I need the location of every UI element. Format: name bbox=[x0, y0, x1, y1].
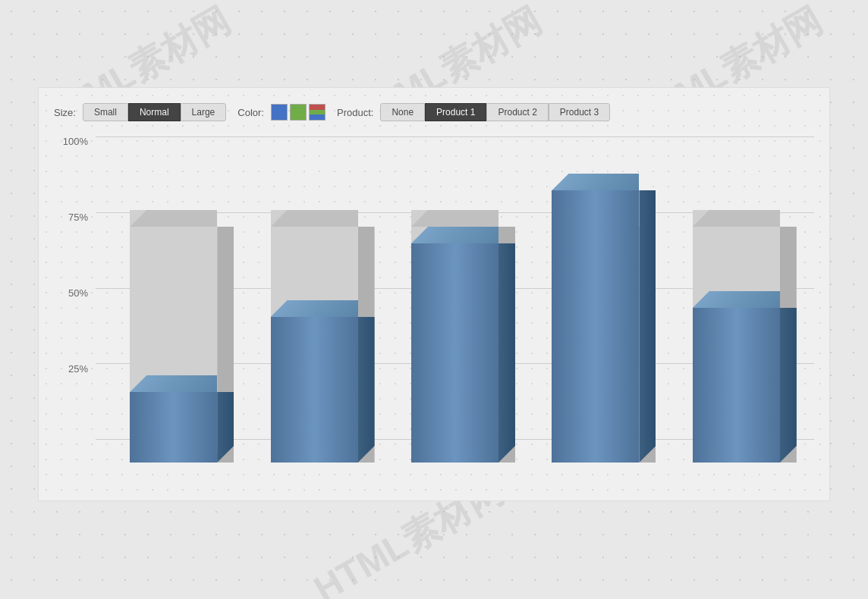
bar-front-right bbox=[498, 243, 515, 463]
bar-group bbox=[385, 210, 525, 463]
bar-group bbox=[525, 210, 665, 463]
product-control: Product: None Product 1 Product 2 Produc… bbox=[337, 103, 610, 121]
controls-bar: Size: Small Normal Large Color: Product:… bbox=[54, 103, 814, 121]
size-btn-group: Small Normal Large bbox=[83, 103, 226, 121]
bar-front bbox=[411, 243, 498, 463]
chart-container: Size: Small Normal Large Color: Product:… bbox=[38, 87, 830, 501]
bars-wrapper bbox=[96, 159, 814, 463]
grid-line-100 bbox=[96, 136, 814, 137]
color-swatch-green[interactable] bbox=[290, 104, 307, 121]
y-label-50: 50% bbox=[68, 288, 88, 298]
product-1-button[interactable]: Product 1 bbox=[425, 103, 486, 121]
product-label: Product: bbox=[337, 107, 373, 118]
size-label: Size: bbox=[54, 107, 76, 118]
bar-front bbox=[693, 308, 780, 463]
y-axis: 100% 75% 50% 25% bbox=[54, 136, 96, 463]
color-swatches bbox=[271, 104, 326, 121]
y-label-25: 25% bbox=[68, 364, 88, 374]
size-normal-button[interactable]: Normal bbox=[128, 103, 181, 121]
color-swatch-blue[interactable] bbox=[271, 104, 288, 121]
chart-area: 100% 75% 50% 25% bbox=[54, 136, 814, 463]
y-label-100: 100% bbox=[63, 136, 88, 146]
bar-group bbox=[244, 210, 384, 463]
y-label-75: 75% bbox=[68, 212, 88, 222]
bar-front-right bbox=[639, 190, 656, 463]
bar-group bbox=[666, 210, 807, 463]
bar-group bbox=[103, 210, 244, 463]
product-2-button[interactable]: Product 2 bbox=[486, 103, 548, 121]
product-3-button[interactable]: Product 3 bbox=[549, 103, 610, 121]
size-large-button[interactable]: Large bbox=[181, 103, 227, 121]
product-none-button[interactable]: None bbox=[380, 103, 425, 121]
color-swatch-multi[interactable] bbox=[309, 104, 326, 121]
bar-front bbox=[552, 190, 639, 463]
bar-front-top bbox=[552, 174, 639, 190]
chart-plot: 20102011201220132012 bbox=[96, 136, 814, 463]
size-small-button[interactable]: Small bbox=[83, 103, 128, 121]
bar-front bbox=[271, 317, 358, 463]
product-btn-group: None Product 1 Product 2 Product 3 bbox=[380, 103, 610, 121]
color-label: Color: bbox=[237, 107, 264, 118]
color-control: Color: bbox=[237, 104, 326, 121]
bar-front bbox=[130, 392, 217, 463]
bar-front-right bbox=[780, 308, 797, 463]
size-control: Size: Small Normal Large bbox=[54, 103, 226, 121]
bar-front-right bbox=[358, 317, 375, 463]
